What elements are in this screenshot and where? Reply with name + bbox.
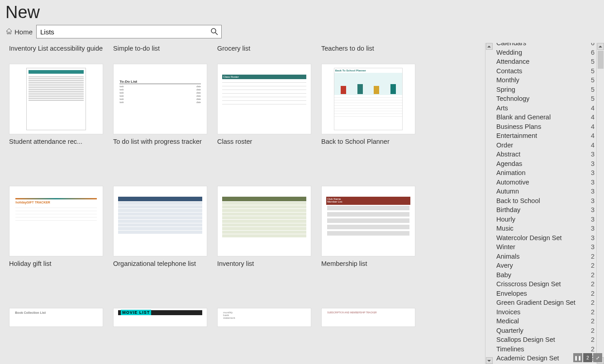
template-card[interactable]: Class RosterClass roster	[217, 64, 311, 145]
template-card[interactable]: Grocery list	[217, 45, 311, 52]
category-name: Hourly	[496, 216, 515, 223]
template-card[interactable]: holidayGIFT TRACKERHoliday gift list	[9, 186, 103, 267]
sidebar-scrollbar[interactable]	[596, 43, 604, 364]
category-count: 4	[588, 123, 594, 130]
category-item[interactable]: Blank and General4	[495, 113, 595, 122]
template-card[interactable]: Book Collection List	[9, 308, 103, 327]
category-count: 2	[588, 280, 594, 288]
category-name: Birthday	[496, 206, 520, 213]
taskbar-pause-icon[interactable]: ❚❚	[573, 353, 582, 362]
category-count: 6	[588, 49, 594, 56]
template-card[interactable]: monthlybankstatement	[217, 308, 311, 327]
template-thumbnail	[217, 186, 311, 256]
category-item[interactable]: Calendars6	[495, 43, 595, 48]
category-name: Music	[496, 225, 514, 232]
template-thumbnail: Book Collection List	[9, 308, 103, 327]
template-card[interactable]: Simple to-do list	[113, 45, 207, 52]
category-item[interactable]: Envelopes2	[495, 289, 595, 298]
category-item[interactable]: Abstract3	[495, 150, 595, 159]
category-item[interactable]: Scallops Design Set2	[495, 335, 595, 345]
category-item[interactable]: Baby2	[495, 270, 595, 280]
template-card[interactable]: Back To School PlannerBack to School Pla…	[321, 64, 415, 145]
category-item[interactable]: Monthly5	[495, 76, 595, 85]
category-item[interactable]: Medical2	[495, 317, 595, 326]
category-item[interactable]: Order4	[495, 141, 595, 150]
category-item[interactable]: Watercolor Design Set3	[495, 233, 595, 243]
taskbar-count[interactable]: 2	[583, 353, 592, 362]
category-item[interactable]: Automotive3	[495, 178, 595, 187]
template-title: Inventory list	[217, 256, 311, 267]
category-item[interactable]: Autumn3	[495, 187, 595, 196]
category-item[interactable]: Wedding6	[495, 48, 595, 57]
template-card[interactable]: Organizational telephone list	[113, 186, 207, 267]
category-name: Academic Design Set	[496, 355, 559, 362]
svg-line-1	[215, 33, 218, 35]
category-name: Envelopes	[496, 290, 527, 297]
template-card[interactable]: To-Do Listtaskdatetaskdatetaskdatetaskda…	[113, 64, 207, 145]
category-item[interactable]: Arts4	[495, 104, 595, 113]
category-item[interactable]: Hourly3	[495, 215, 595, 224]
category-item[interactable]: Animation3	[495, 168, 595, 178]
category-item[interactable]: Attendance5	[495, 57, 595, 66]
template-card[interactable]: Club NameMember ListMembership list	[321, 186, 415, 267]
category-item[interactable]: Birthday3	[495, 205, 595, 215]
template-card[interactable]: Teachers to do list	[321, 45, 415, 52]
category-count: 2	[588, 262, 594, 269]
category-name: Arts	[496, 104, 508, 112]
category-sidebar: Calendars6Wedding6Attendance5Contacts5Mo…	[493, 43, 596, 364]
search-box[interactable]	[36, 25, 222, 38]
category-item[interactable]: Business Plans4	[495, 122, 595, 132]
page-title: New	[5, 3, 599, 22]
category-count: 4	[588, 104, 594, 112]
sidebar-scroll-up-button[interactable]	[597, 43, 604, 50]
gallery-scrollbar[interactable]	[485, 43, 493, 364]
category-name: Baby	[496, 271, 511, 279]
category-name: Autumn	[496, 188, 519, 195]
category-item[interactable]: Entertainment4	[495, 131, 595, 141]
category-item[interactable]: Timelines2	[495, 345, 595, 354]
template-card[interactable]: MOVIE LIST	[113, 308, 207, 327]
template-card[interactable]: SUBSCRIPTION AND MEMBERSHIP TRACKER	[321, 308, 415, 327]
category-item[interactable]: Technology5	[495, 94, 595, 104]
sidebar-scroll-thumb[interactable]	[598, 51, 604, 69]
category-count: 3	[588, 188, 594, 195]
category-name: Quarterly	[496, 327, 523, 334]
search-input[interactable]	[37, 25, 221, 38]
category-name: Crisscross Design Set	[496, 280, 561, 288]
template-title: Teachers to do list	[321, 45, 415, 52]
taskbar-expand-icon[interactable]: ⤢	[593, 353, 602, 362]
scroll-down-button[interactable]	[486, 357, 493, 364]
category-name: Contacts	[496, 67, 522, 75]
category-item[interactable]: Contacts5	[495, 66, 595, 76]
category-count: 4	[588, 142, 594, 149]
category-item[interactable]: Quarterly2	[495, 326, 595, 336]
search-icon[interactable]	[210, 28, 219, 36]
template-thumbnail: Back To School Planner	[321, 64, 415, 134]
category-count: 3	[588, 243, 594, 251]
category-name: Animals	[496, 253, 520, 260]
template-card[interactable]: Inventory List accessibility guide	[9, 45, 103, 52]
category-count: 4	[588, 113, 594, 121]
category-item[interactable]: Winter3	[495, 242, 595, 252]
template-title: Student attendance rec...	[9, 134, 103, 145]
svg-point-0	[211, 28, 216, 33]
category-item[interactable]: Crisscross Design Set2	[495, 279, 595, 289]
category-item[interactable]: Spring5	[495, 85, 595, 95]
category-item[interactable]: Back to School3	[495, 196, 595, 206]
category-name: Wedding	[496, 49, 522, 56]
category-count: 2	[588, 317, 594, 325]
category-name: Timelines	[496, 345, 524, 353]
category-item[interactable]: Agendas3	[495, 159, 595, 169]
template-card[interactable]: Inventory list	[217, 186, 311, 267]
category-item[interactable]: Avery2	[495, 261, 595, 270]
category-item[interactable]: Green Gradient Design Set2	[495, 298, 595, 307]
home-link[interactable]: Home	[5, 28, 33, 36]
category-item[interactable]: Invoices2	[495, 307, 595, 317]
category-item[interactable]: Music3	[495, 224, 595, 233]
category-count: 2	[588, 336, 594, 343]
scroll-up-button[interactable]	[486, 43, 493, 50]
category-item[interactable]: Animals2	[495, 252, 595, 261]
category-count: 3	[588, 206, 594, 213]
template-card[interactable]: Student attendance rec...	[9, 64, 103, 145]
category-name: Entertainment	[496, 132, 537, 139]
